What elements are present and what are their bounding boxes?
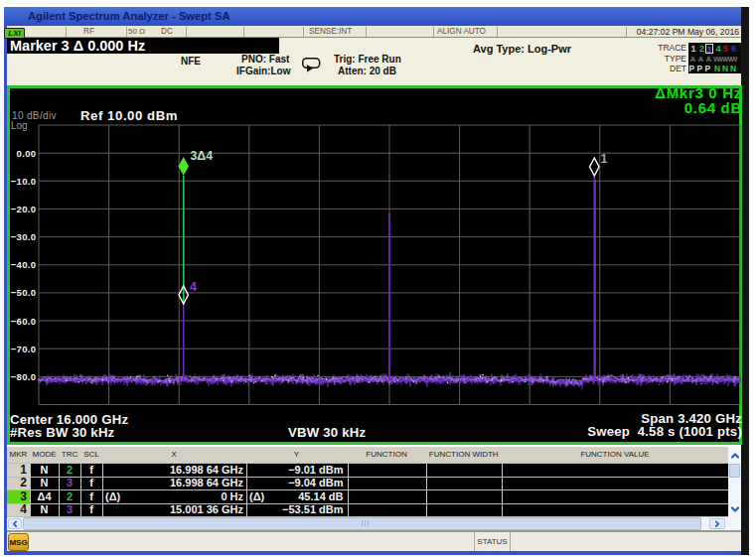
svg-text:−30.0: −30.0: [11, 231, 37, 242]
svg-text:0.00: 0.00: [17, 148, 37, 159]
svg-text:Ref 10.00 dBm: Ref 10.00 dBm: [80, 108, 178, 123]
svg-text:0.64 dB: 0.64 dB: [684, 99, 742, 116]
svg-text:Sweep 4.58 s (1001 pts): Sweep 4.58 s (1001 pts): [587, 424, 742, 439]
svg-text:4: 4: [190, 280, 197, 294]
svg-text:VBW 30 kHz: VBW 30 kHz: [288, 425, 366, 440]
svg-text:1: 1: [601, 152, 608, 166]
svg-text:3Δ4: 3Δ4: [191, 149, 214, 163]
svg-text:10 dB/div: 10 dB/div: [12, 110, 57, 121]
svg-text:−40.0: −40.0: [11, 259, 37, 270]
svg-text:Log: Log: [11, 120, 28, 131]
svg-text:−60.0: −60.0: [11, 316, 37, 327]
svg-text:−50.0: −50.0: [11, 287, 37, 298]
svg-text:−80.0: −80.0: [11, 371, 37, 382]
svg-text:−10.0: −10.0: [11, 176, 37, 187]
svg-text:#Res BW 30 kHz: #Res BW 30 kHz: [10, 425, 115, 440]
svg-text:−20.0: −20.0: [11, 204, 37, 214]
svg-text:−70.0: −70.0: [11, 344, 37, 354]
